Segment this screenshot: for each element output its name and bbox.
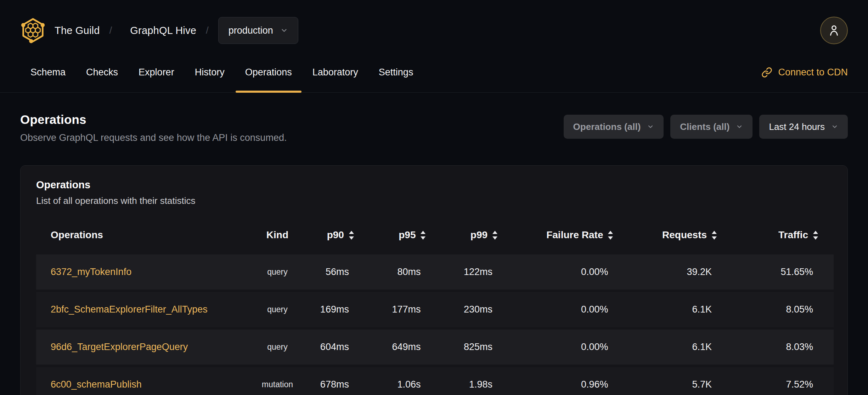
p95-cell: 80ms	[370, 254, 441, 290]
kind-cell: query	[236, 330, 319, 365]
page-header: Operations Observe GraphQL requests and …	[20, 113, 287, 143]
table-row: 96d6_TargetExplorerPageQuery query 604ms…	[36, 330, 834, 365]
column-header-traffic[interactable]: Traffic	[732, 218, 834, 252]
breadcrumb-separator: /	[206, 25, 209, 36]
column-header-failure-rate[interactable]: Failure Rate	[513, 218, 629, 252]
operation-name-link[interactable]: 2bfc_SchemaExplorerFilter_AllTypes	[51, 304, 208, 315]
breadcrumb-separator: /	[109, 25, 112, 36]
failure-rate-cell: 0.00%	[513, 292, 629, 327]
operations-table: Operations Kind p90 p95 p99 Failure Rate…	[36, 216, 834, 395]
operation-cell: 6372_myTokenInfo	[36, 254, 236, 290]
tab-laboratory[interactable]: Laboratory	[302, 52, 368, 92]
kind-cell: query	[236, 254, 319, 290]
tabs-list: Schema Checks Explorer History Operation…	[20, 52, 423, 92]
traffic-cell: 8.03%	[732, 330, 834, 365]
table-row: 2bfc_SchemaExplorerFilter_AllTypes query…	[36, 292, 834, 327]
operation-cell: 96d6_TargetExplorerPageQuery	[36, 330, 236, 365]
breadcrumb: The Guild / GraphQL Hive / production	[20, 16, 298, 45]
traffic-cell: 51.65%	[732, 254, 834, 290]
requests-cell: 5.7K	[629, 367, 732, 395]
traffic-cell: 7.52%	[732, 367, 834, 395]
sort-arrows-icon	[492, 231, 497, 240]
table-row: 6372_myTokenInfo query 56ms 80ms 122ms 0…	[36, 254, 834, 290]
p99-cell: 122ms	[441, 254, 513, 290]
operation-cell: 2bfc_SchemaExplorerFilter_AllTypes	[36, 292, 236, 327]
p99-cell: 1.98s	[441, 367, 513, 395]
p95-cell: 649ms	[370, 330, 441, 365]
operations-panel: Operations List of all operations with t…	[20, 165, 848, 395]
failure-rate-cell: 0.00%	[513, 330, 629, 365]
cdn-link-label: Connect to CDN	[778, 67, 848, 78]
requests-cell: 6.1K	[629, 330, 732, 365]
p90-cell: 169ms	[319, 292, 370, 327]
column-header-operations: Operations	[36, 218, 236, 252]
operation-name-link[interactable]: 96d6_TargetExplorerPageQuery	[51, 342, 188, 352]
p99-cell: 825ms	[441, 330, 513, 365]
chevron-down-icon	[280, 27, 288, 34]
table-header-row: Operations Kind p90 p95 p99 Failure Rate…	[36, 218, 834, 252]
operations-filter-button[interactable]: Operations (all)	[564, 115, 664, 139]
operation-name-link[interactable]: 6c00_schemaPublish	[51, 379, 142, 390]
operation-name-link[interactable]: 6372_myTokenInfo	[51, 267, 131, 277]
chevron-down-icon	[736, 123, 743, 130]
failure-rate-cell: 0.00%	[513, 254, 629, 290]
sort-arrows-icon	[813, 231, 818, 240]
sort-arrows-icon	[349, 231, 354, 240]
org-name[interactable]: The Guild	[55, 25, 100, 36]
panel-title: Operations	[36, 179, 834, 191]
page-subtitle: Observe GraphQL requests and see how the…	[20, 132, 287, 143]
tab-bar: Schema Checks Explorer History Operation…	[0, 52, 868, 93]
failure-rate-cell: 0.96%	[513, 367, 629, 395]
page-title: Operations	[20, 113, 287, 127]
kind-cell: mutation	[236, 367, 319, 395]
date-range-button[interactable]: Last 24 hours	[759, 115, 848, 139]
link-icon	[761, 67, 772, 78]
p90-cell: 56ms	[319, 254, 370, 290]
p95-cell: 1.06s	[370, 367, 441, 395]
p90-cell: 604ms	[319, 330, 370, 365]
project-name[interactable]: GraphQL Hive	[130, 25, 196, 36]
avatar-button[interactable]	[820, 17, 848, 44]
tab-settings[interactable]: Settings	[368, 52, 424, 92]
kind-cell: query	[236, 292, 319, 327]
target-select[interactable]: production	[218, 17, 298, 44]
chevron-down-icon	[831, 123, 838, 130]
tab-operations[interactable]: Operations	[235, 52, 302, 92]
chevron-down-icon	[647, 123, 654, 130]
sort-arrows-icon	[421, 231, 425, 240]
sort-arrows-icon	[712, 231, 717, 240]
user-icon	[827, 23, 841, 38]
column-header-requests[interactable]: Requests	[629, 218, 732, 252]
top-header: The Guild / GraphQL Hive / production	[0, 0, 868, 52]
p95-cell: 177ms	[370, 292, 441, 327]
tab-schema[interactable]: Schema	[20, 52, 76, 92]
p99-cell: 230ms	[441, 292, 513, 327]
connect-to-cdn-link[interactable]: Connect to CDN	[761, 67, 848, 78]
column-header-kind: Kind	[236, 218, 319, 252]
operation-cell: 6c00_schemaPublish	[36, 367, 236, 395]
clients-filter-button[interactable]: Clients (all)	[670, 115, 753, 139]
sort-arrows-icon	[608, 231, 613, 240]
column-header-p99[interactable]: p99	[441, 218, 513, 252]
column-header-p90[interactable]: p90	[319, 218, 370, 252]
traffic-cell: 8.05%	[732, 292, 834, 327]
column-header-p95[interactable]: p95	[370, 218, 441, 252]
filters: Operations (all) Clients (all) Last 24 h…	[564, 115, 848, 139]
panel-subtitle: List of all operations with their statis…	[36, 195, 834, 206]
tab-history[interactable]: History	[185, 52, 235, 92]
main-content: Operations Observe GraphQL requests and …	[0, 113, 868, 395]
requests-cell: 39.2K	[629, 254, 732, 290]
tab-explorer[interactable]: Explorer	[128, 52, 185, 92]
table-row: 6c00_schemaPublish mutation 678ms 1.06s …	[36, 367, 834, 395]
hive-logo-icon[interactable]	[20, 16, 46, 45]
p90-cell: 678ms	[319, 367, 370, 395]
requests-cell: 6.1K	[629, 292, 732, 327]
target-select-value: production	[229, 25, 273, 36]
tab-checks[interactable]: Checks	[76, 52, 128, 92]
